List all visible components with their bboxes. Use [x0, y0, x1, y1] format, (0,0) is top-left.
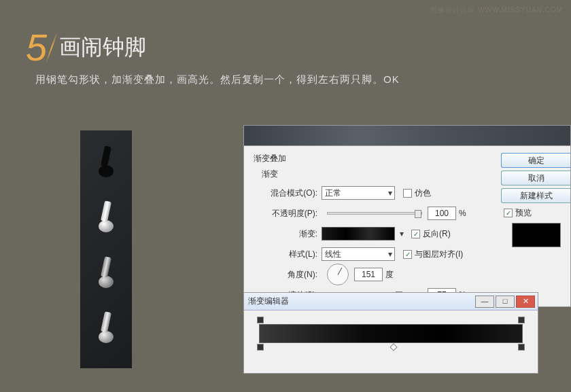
gradient-swatch[interactable] — [322, 227, 395, 240]
reverse-checkbox[interactable]: ✓ — [411, 230, 420, 238]
style-select[interactable]: 线性 — [322, 247, 395, 261]
leg-preview-1 — [94, 146, 118, 187]
gradient-editor-dialog: 渐变编辑器 ― □ ✕ — [243, 292, 538, 374]
maximize-button[interactable]: □ — [496, 296, 515, 308]
minimize-button[interactable]: ― — [475, 296, 494, 308]
new-style-button[interactable]: 新建样式 — [501, 188, 570, 203]
midpoint-marker[interactable] — [390, 343, 397, 351]
angle-unit: 度 — [385, 269, 394, 281]
angle-label: 角度(N): — [262, 269, 317, 281]
opacity-stop-left[interactable] — [257, 317, 264, 323]
preview-label: 预览 — [515, 207, 532, 219]
color-stop-right[interactable] — [518, 344, 525, 351]
layer-style-dialog: 渐变叠加 渐变 混合模式(O): 正常 仿色 不透明度(P): 100 % 渐变… — [243, 125, 571, 307]
opacity-label: 不透明度(P): — [262, 208, 317, 219]
dither-checkbox[interactable] — [403, 189, 412, 198]
align-checkbox[interactable]: ✓ — [403, 250, 412, 259]
blend-mode-label: 混合模式(O): — [262, 188, 317, 199]
style-label: 样式(L): — [262, 249, 317, 260]
opacity-stop-right[interactable] — [518, 317, 525, 323]
opacity-unit: % — [459, 209, 466, 218]
reverse-label: 反向(R) — [423, 228, 451, 240]
step-title: 画闹钟脚 — [59, 33, 146, 63]
gradient-label: 渐变: — [262, 228, 317, 240]
opacity-slider[interactable] — [327, 212, 422, 215]
blend-mode-select[interactable]: 正常 — [322, 186, 395, 200]
angle-input[interactable]: 151 — [354, 268, 383, 281]
dither-label: 仿色 — [415, 188, 431, 199]
step-number: 5 — [26, 29, 47, 67]
align-label: 与图层对齐(I) — [415, 249, 463, 260]
ok-button[interactable]: 确定 — [501, 153, 570, 168]
leg-preview-4 — [94, 312, 118, 353]
step-description: 用钢笔勾形状，加渐变叠加，画高光。然后复制一个，得到左右两只脚。OK — [35, 73, 400, 86]
cancel-button[interactable]: 取消 — [501, 171, 570, 185]
angle-dial[interactable] — [327, 264, 349, 285]
watermark: 思缘设计论坛WWW.MISSYUAN.COM — [428, 5, 563, 15]
preview-checkbox[interactable]: ✓ — [504, 209, 513, 217]
preview-swatch — [512, 223, 561, 247]
dialog-buttons: 确定 取消 新建样式 ✓ 预览 — [501, 153, 570, 247]
step-header: 5 画闹钟脚 — [26, 29, 146, 67]
gradient-editor-title: 渐变编辑器 — [248, 296, 289, 307]
close-button[interactable]: ✕ — [516, 296, 535, 308]
leg-previews — [80, 130, 132, 368]
leg-preview-2 — [94, 201, 118, 242]
dialog-titlebar[interactable] — [244, 126, 570, 146]
opacity-input[interactable]: 100 — [428, 207, 456, 220]
color-stop-left[interactable] — [257, 344, 264, 351]
gradient-bar[interactable] — [259, 324, 523, 343]
gradient-editor-titlebar[interactable]: 渐变编辑器 ― □ ✕ — [244, 293, 538, 310]
divider-slash — [46, 32, 58, 63]
leg-preview-3 — [94, 257, 118, 298]
